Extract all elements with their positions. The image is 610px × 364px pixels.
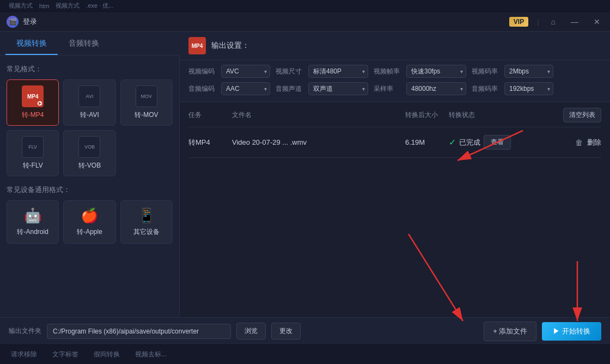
app-title: 登录 — [23, 17, 37, 27]
device-grid: 🤖 转-Android 🍎 转-Apple 📱 其它设备 — [7, 200, 173, 244]
audio-codec-label: 音频编码 — [188, 84, 216, 94]
android-label: 转-Android — [17, 227, 48, 237]
top-strip-item[interactable]: 视频方式 — [56, 2, 80, 10]
audio-settings-row: 音频编码 AAC MP3 AC3 音频声道 双声道 单声道 5.1声道 — [188, 82, 601, 95]
audio-channel-select-wrapper: 双声道 单声道 5.1声道 — [308, 82, 368, 95]
audio-codec-select-wrapper: AAC MP3 AC3 — [221, 82, 270, 95]
device-item-apple[interactable]: 🍎 转-Apple — [63, 200, 115, 244]
task-status: ✓ 已完成 查看 — [449, 135, 525, 150]
sample-rate-label: 采样率 — [374, 84, 401, 94]
status-check-icon: ✓ — [449, 137, 456, 147]
minimize-button[interactable]: — — [568, 15, 582, 28]
task-filename: Video 20-07-29 ... .wmv — [232, 138, 405, 146]
flv-label: 转-FLV — [23, 161, 43, 170]
table-row: 转MP4 Video 20-07-29 ... .wmv 6.19M ✓ 已完成… — [188, 127, 601, 158]
top-strip: 视频方式 htm 视频方式 .exe · 优... — [0, 0, 610, 12]
top-strip-item[interactable]: 视频方式 — [9, 2, 33, 10]
flv-icon: FLV — [22, 136, 44, 158]
task-table-header: 任务 文件名 转换后大小 转换状态 清空列表 — [188, 102, 601, 127]
task-table: 任务 文件名 转换后大小 转换状态 清空列表 转MP4 Video 20-07-… — [180, 102, 610, 317]
task-type: 转MP4 — [188, 138, 232, 147]
vob-label: 转-VOB — [78, 161, 101, 170]
audio-channel-select[interactable]: 双声道 单声道 5.1声道 — [308, 82, 368, 95]
top-strip-item[interactable]: .exe · 优... — [86, 2, 113, 10]
task-actions: 🗑 删除 — [525, 138, 601, 147]
add-file-button[interactable]: + 添加文件 — [484, 322, 536, 341]
video-fps-select-wrapper: 快速30fps 24fps 60fps — [406, 65, 466, 78]
format-item-mov[interactable]: MOV 转-MOV — [120, 79, 173, 126]
tab-video-convert[interactable]: 视频转换 — [5, 33, 58, 55]
content-area: MP4 输出设置： 视频编码 AVC HEVC MPEG-4 视频尺寸 标清48… — [180, 32, 610, 317]
other-device-label: 其它设备 — [133, 227, 160, 237]
video-settings-row: 视频编码 AVC HEVC MPEG-4 视频尺寸 标清480P 高清720P … — [188, 65, 601, 78]
video-codec-label: 视频编码 — [188, 67, 216, 76]
avi-icon: AVI — [78, 85, 100, 107]
audio-bitrate-select[interactable]: 192kbps 128kbps 256kbps — [504, 82, 553, 95]
task-size: 6.19M — [405, 138, 449, 146]
video-bitrate-select-wrapper: 2Mbps 4Mbps 8Mbps — [504, 65, 553, 78]
view-button[interactable]: 查看 — [484, 135, 511, 150]
app-logo: 🎬 — [7, 16, 19, 28]
device-formats-title: 常见设备通用格式： — [7, 185, 173, 195]
delete-icon[interactable]: 🗑 — [575, 138, 583, 147]
sample-rate-select-wrapper: 48000hz 44100hz 22050hz — [406, 82, 466, 95]
video-codec-select[interactable]: AVC HEVC MPEG-4 — [221, 65, 270, 78]
delete-label[interactable]: 删除 — [587, 138, 601, 147]
device-item-other[interactable]: 📱 其它设备 — [120, 200, 173, 244]
mp4-label: 转-MP4 — [22, 110, 44, 120]
browse-button[interactable]: 浏览 — [236, 323, 266, 340]
tab-audio-convert[interactable]: 音频转换 — [58, 33, 110, 55]
format-grid: MP4 转-MP4 AVI 转-AVI MOV — [7, 79, 173, 176]
format-item-vob[interactable]: VOB 转-VOB — [63, 130, 115, 176]
col-header-actions: 清空列表 — [525, 108, 601, 122]
vob-icon: VOB — [78, 136, 100, 158]
footer-tab-1[interactable]: 请求移除 — [9, 347, 39, 362]
output-settings-title: 输出设置： — [211, 41, 249, 51]
avi-label: 转-AVI — [80, 110, 99, 120]
col-header-size: 转换后大小 — [405, 110, 449, 120]
footer-tab-2[interactable]: 文字标签 — [50, 347, 81, 362]
apple-label: 转-Apple — [77, 227, 102, 237]
output-path-input[interactable] — [47, 324, 231, 339]
other-device-icon: 📱 — [138, 207, 155, 224]
audio-bitrate-select-wrapper: 192kbps 128kbps 256kbps — [504, 82, 553, 95]
audio-bitrate-label: 音频码率 — [472, 84, 499, 94]
footer-bar: 请求移除 文字标签 假间转换 视频去标... — [0, 344, 610, 364]
main-tabs: 视频转换 音频转换 — [0, 32, 180, 55]
output-path-label: 输出文件夹 — [9, 326, 41, 336]
close-button[interactable]: ✕ — [590, 15, 603, 28]
change-path-button[interactable]: 更改 — [271, 323, 301, 340]
video-size-label: 视频尺寸 — [276, 67, 303, 76]
apple-icon: 🍎 — [81, 207, 98, 224]
output-format-icon: MP4 — [188, 37, 206, 54]
device-item-android[interactable]: 🤖 转-Android — [7, 200, 59, 244]
format-item-flv[interactable]: FLV 转-FLV — [7, 130, 59, 176]
col-header-filename: 文件名 — [232, 110, 405, 120]
top-strip-item[interactable]: htm — [39, 3, 49, 9]
home-button[interactable]: ⌂ — [548, 15, 559, 28]
video-bitrate-select[interactable]: 2Mbps 4Mbps 8Mbps — [504, 65, 553, 78]
common-formats-title: 常见格式： — [7, 64, 173, 74]
mov-label: 转-MOV — [135, 110, 158, 120]
bottom-bar: 输出文件夹 浏览 更改 + 添加文件 ▶ 开始转换 — [0, 317, 610, 344]
video-bitrate-label: 视频码率 — [472, 67, 499, 76]
col-header-task: 任务 — [188, 110, 232, 120]
status-text: 已完成 — [459, 138, 480, 147]
video-size-select-wrapper: 标清480P 高清720P 全高清1080P — [308, 65, 368, 78]
format-item-avi[interactable]: AVI 转-AVI — [63, 79, 115, 126]
video-codec-select-wrapper: AVC HEVC MPEG-4 — [221, 65, 270, 78]
footer-tab-4[interactable]: 视频去标... — [133, 347, 169, 362]
settings-rows: 视频编码 AVC HEVC MPEG-4 视频尺寸 标清480P 高清720P … — [180, 60, 610, 102]
vip-badge[interactable]: VIP — [509, 17, 528, 27]
video-fps-select[interactable]: 快速30fps 24fps 60fps — [406, 65, 466, 78]
audio-codec-select[interactable]: AAC MP3 AC3 — [221, 82, 270, 95]
clear-list-button[interactable]: 清空列表 — [563, 108, 601, 122]
sidebar-container: 视频转换 音频转换 常见格式： MP4 转-MP4 AVI — [0, 32, 180, 317]
sample-rate-select[interactable]: 48000hz 44100hz 22050hz — [406, 82, 466, 95]
footer-tab-3[interactable]: 假间转换 — [91, 347, 122, 362]
sidebar: 常见格式： MP4 转-MP4 AVI 转-AVI — [0, 55, 180, 317]
format-item-mp4[interactable]: MP4 转-MP4 — [7, 79, 59, 126]
start-convert-button[interactable]: ▶ 开始转换 — [542, 322, 601, 341]
video-size-select[interactable]: 标清480P 高清720P 全高清1080P — [308, 65, 368, 78]
mp4-icon: MP4 — [22, 85, 44, 107]
